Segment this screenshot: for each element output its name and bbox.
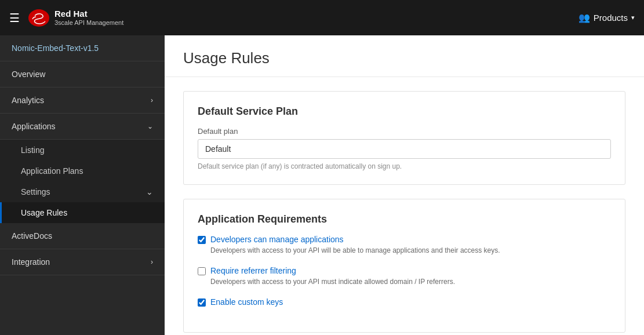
checkbox-group-referrer: Require referrer filtering Developers wi… [198, 266, 611, 286]
default-plan-select[interactable]: Default [198, 139, 611, 159]
sidebar-integration-label: Integration [12, 257, 50, 267]
brand-name: Red Hat [54, 9, 123, 19]
default-service-plan-title: Default Service Plan [198, 105, 611, 118]
content-body: Default Service Plan Default plan Defaul… [165, 77, 644, 335]
checkbox-custom-keys[interactable] [198, 298, 206, 307]
sidebar-item-activedocs[interactable]: ActiveDocs [0, 223, 165, 249]
default-service-plan-section: Default Service Plan Default plan Defaul… [183, 91, 625, 185]
sidebar-settings-submenu: Usage Rules [0, 202, 165, 223]
application-requirements-section: Application Requirements Developers can … [183, 199, 625, 333]
sidebar-item-analytics[interactable]: Analytics › [0, 88, 165, 114]
chevron-down-icon: ▾ [631, 14, 635, 21]
top-navigation: ☰ Red Hat 3scale API Management 👥 Produc… [0, 0, 644, 35]
sidebar-item-application-plans[interactable]: Application Plans [0, 161, 165, 181]
chevron-right-icon: › [151, 96, 153, 104]
sidebar-usage-rules-label: Usage Rules [21, 208, 67, 217]
sidebar-item-listing[interactable]: Listing [0, 140, 165, 161]
sidebar-applications-submenu: Listing Application Plans Settings ⌄ Usa… [0, 140, 165, 223]
products-icon: 👥 [578, 12, 590, 23]
checkbox-row-manage-apps: Developers can manage applications [198, 235, 611, 244]
default-plan-hint: Default service plan (if any) is contrac… [198, 162, 611, 170]
sidebar-item-settings[interactable]: Settings ⌄ [0, 181, 165, 202]
application-requirements-title: Application Requirements [198, 213, 611, 225]
checkbox-referrer-hint: Developers with access to your API must … [210, 278, 611, 286]
sidebar-item-usage-rules[interactable]: Usage Rules [0, 202, 165, 223]
sidebar-item-integration[interactable]: Integration › [0, 249, 165, 275]
brand-subtitle: 3scale API Management [54, 19, 123, 27]
chevron-right-icon-integration: › [151, 258, 153, 266]
checkbox-row-referrer: Require referrer filtering [198, 266, 611, 275]
sidebar: Nomic-Embed-Text-v1.5 Overview Analytics… [0, 35, 165, 335]
sidebar-application-plans-label: Application Plans [21, 166, 83, 176]
checkbox-row-custom-keys: Enable custom keys [198, 297, 611, 307]
checkbox-custom-keys-label[interactable]: Enable custom keys [210, 297, 283, 307]
page-title: Usage Rules [183, 49, 625, 67]
main-content: Usage Rules Default Service Plan Default… [165, 35, 644, 335]
sidebar-applications-group: Applications ⌄ Listing Application Plans… [0, 114, 165, 223]
default-plan-label: Default plan [198, 127, 611, 136]
checkbox-manage-apps-hint: Developers with access to your API will … [210, 246, 611, 254]
sidebar-item-applications[interactable]: Applications ⌄ [0, 114, 165, 140]
sidebar-listing-label: Listing [21, 145, 44, 155]
sidebar-product-link[interactable]: Nomic-Embed-Text-v1.5 [0, 35, 165, 61]
checkbox-group-manage-apps: Developers can manage applications Devel… [198, 235, 611, 254]
checkbox-manage-apps[interactable] [198, 236, 206, 244]
products-menu[interactable]: 👥 Products ▾ [578, 12, 635, 23]
chevron-down-icon-apps: ⌄ [147, 122, 153, 130]
brand-logo: Red Hat 3scale API Management [28, 9, 123, 27]
sidebar-settings-label: Settings [21, 187, 50, 196]
sidebar-activedocs-label: ActiveDocs [12, 231, 52, 241]
checkbox-referrer-label[interactable]: Require referrer filtering [210, 266, 296, 275]
chevron-down-icon-settings: ⌄ [146, 187, 153, 196]
content-header: Usage Rules [165, 35, 644, 77]
hamburger-menu-icon[interactable]: ☰ [9, 11, 20, 25]
main-layout: Nomic-Embed-Text-v1.5 Overview Analytics… [0, 35, 644, 335]
sidebar-item-analytics-label: Analytics [12, 96, 44, 105]
redhat-icon [28, 9, 50, 27]
sidebar-item-overview[interactable]: Overview [0, 61, 165, 88]
checkbox-manage-apps-label[interactable]: Developers can manage applications [210, 235, 344, 244]
sidebar-item-applications-label: Applications [12, 122, 56, 131]
checkbox-group-custom-keys: Enable custom keys [198, 297, 611, 307]
checkbox-referrer[interactable] [198, 267, 206, 275]
products-label: Products [594, 13, 628, 23]
sidebar-item-overview-label: Overview [12, 70, 45, 79]
